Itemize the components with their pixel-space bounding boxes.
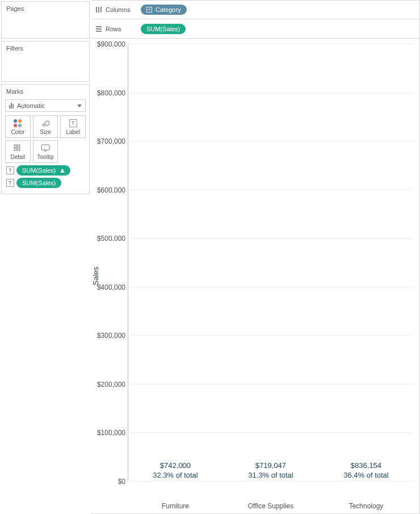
filters-header: Filters	[2, 41, 89, 54]
marks-label-button[interactable]: T Label	[60, 115, 86, 138]
rows-label: Rows	[106, 26, 121, 32]
filters-panel[interactable]: Filters	[1, 41, 90, 82]
svg-rect-9	[100, 7, 102, 12]
y-axis-title: Sales	[91, 267, 100, 286]
y-tick: $600,000	[91, 186, 128, 194]
svg-rect-2	[14, 145, 16, 147]
svg-rect-6	[41, 145, 49, 150]
marks-size-button[interactable]: Size	[33, 115, 58, 138]
label-icon: T	[69, 119, 77, 128]
x-tick-label: Furniture	[128, 502, 223, 510]
y-tick: $900,000	[91, 40, 128, 48]
x-tick-label: Technology	[318, 502, 414, 510]
columns-label: Columns	[106, 6, 130, 13]
marks-panel: Marks Automatic Color Size T	[1, 84, 90, 194]
chart-area[interactable]: Sales $0$100,000$200,000$300,000$400,000…	[91, 39, 420, 514]
y-tick: $300,000	[91, 332, 128, 340]
svg-rect-7	[96, 7, 97, 12]
marks-pill-sum-sales-delta[interactable]: SUM(Sales)	[16, 165, 70, 175]
marks-header: Marks	[2, 85, 89, 97]
left-sidebar: Pages Filters Marks Automatic Color	[0, 0, 91, 514]
x-tick-label: Office Supplies	[223, 502, 318, 510]
chevron-down-icon	[77, 105, 82, 107]
svg-rect-5	[18, 148, 20, 151]
marks-type-label: Automatic	[17, 102, 45, 109]
detail-icon	[14, 144, 22, 153]
y-tick: $700,000	[91, 137, 128, 145]
main-area: Columns + Category Rows SUM(Sales) Sales…	[91, 0, 420, 514]
y-tick: $800,000	[91, 89, 128, 97]
y-tick: $500,000	[91, 235, 128, 243]
svg-point-1	[45, 121, 49, 126]
expand-icon: +	[146, 7, 152, 12]
size-icon	[41, 119, 50, 128]
bar-data-label: $719,04731.3% of total	[248, 461, 293, 480]
rows-icon	[95, 26, 102, 32]
rows-pill-sum-sales[interactable]: SUM(Sales)	[141, 24, 186, 34]
columns-pill-category[interactable]: + Category	[141, 5, 187, 15]
plot: $0$100,000$200,000$300,000$400,000$500,0…	[128, 44, 414, 482]
y-tick: $200,000	[91, 381, 128, 388]
bar-data-label: $742,00032.3% of total	[153, 461, 198, 480]
color-icon	[14, 119, 22, 127]
svg-point-0	[43, 124, 45, 126]
columns-icon	[95, 6, 102, 13]
pages-header: Pages	[2, 2, 89, 14]
marks-type-select[interactable]: Automatic	[5, 99, 86, 112]
marks-color-button[interactable]: Color	[5, 115, 31, 138]
tooltip-icon	[41, 144, 50, 153]
svg-rect-10	[96, 26, 102, 27]
delta-icon	[60, 169, 65, 173]
y-tick: $400,000	[91, 283, 128, 291]
bar-data-label: $836,15436.4% of total	[343, 461, 389, 480]
y-tick: $100,000	[91, 429, 128, 437]
text-icon: T	[6, 166, 14, 174]
svg-rect-4	[14, 148, 16, 151]
svg-rect-11	[96, 28, 102, 30]
marks-pill-sum-sales[interactable]: SUM(Sales)	[16, 178, 61, 188]
marks-tooltip-button[interactable]: Tooltip	[33, 140, 58, 163]
pages-panel[interactable]: Pages	[1, 1, 90, 39]
svg-rect-3	[18, 145, 20, 147]
columns-shelf[interactable]: Columns + Category	[91, 0, 420, 19]
text-icon: T	[6, 179, 14, 187]
y-tick: $0	[91, 478, 128, 486]
rows-shelf[interactable]: Rows SUM(Sales)	[91, 19, 420, 39]
svg-rect-8	[98, 7, 99, 12]
marks-detail-button[interactable]: Detail	[5, 140, 31, 163]
bar-chart-icon	[9, 103, 14, 108]
svg-rect-12	[96, 31, 102, 32]
